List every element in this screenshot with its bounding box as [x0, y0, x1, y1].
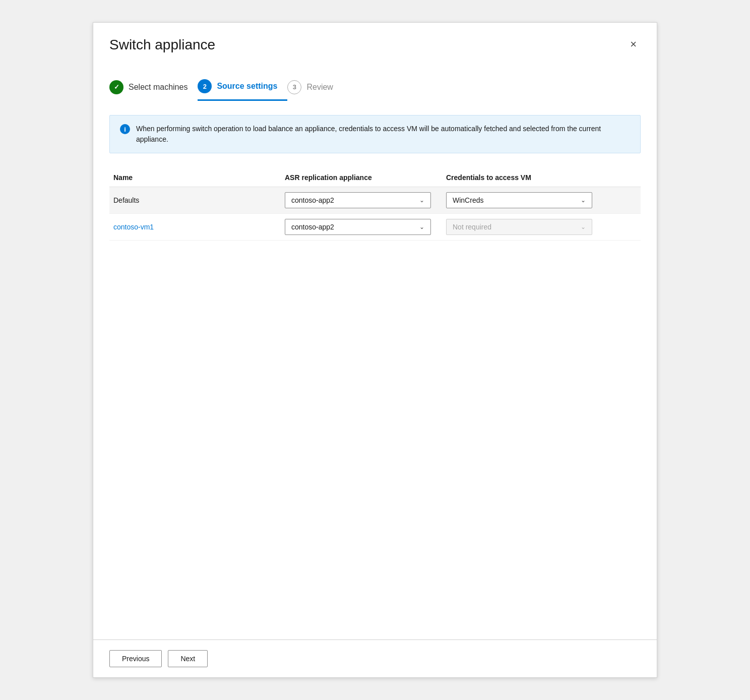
- row-defaults-creds-cell: WinCreds ⌄: [442, 187, 641, 213]
- step-3-circle: 3: [287, 80, 301, 94]
- row-defaults-creds-value: WinCreds: [453, 196, 483, 204]
- dialog-header: Switch appliance ×: [93, 23, 657, 63]
- step-1-circle: ✓: [109, 80, 123, 94]
- row-vm1-creds-cell: Not required ⌄: [442, 214, 641, 240]
- settings-table: Name ASR replication appliance Credentia…: [109, 169, 641, 241]
- row-defaults-name: Defaults: [109, 191, 281, 209]
- close-button[interactable]: ×: [626, 37, 641, 52]
- dialog-content: ✓ Select machines 2 Source settings 3 Re…: [93, 63, 657, 639]
- row-vm1-asr-cell: contoso-app2 ⌄: [281, 214, 442, 240]
- steps-nav: ✓ Select machines 2 Source settings 3 Re…: [109, 73, 641, 101]
- info-banner: i When performing switch operation to lo…: [109, 115, 641, 153]
- header-credentials: Credentials to access VM: [442, 173, 641, 182]
- step-source-settings[interactable]: 2 Source settings: [198, 73, 287, 101]
- step-3-label: Review: [306, 83, 333, 92]
- row-defaults-asr-dropdown[interactable]: contoso-app2 ⌄: [285, 192, 431, 208]
- info-icon: i: [120, 124, 130, 134]
- chevron-down-icon: ⌄: [581, 223, 586, 230]
- chevron-down-icon: ⌄: [419, 197, 424, 204]
- row-defaults-creds-dropdown[interactable]: WinCreds ⌄: [446, 192, 592, 208]
- switch-appliance-dialog: Switch appliance × ✓ Select machines 2 S…: [93, 22, 657, 678]
- step-select-machines[interactable]: ✓ Select machines: [109, 74, 198, 100]
- row-vm1-name: contoso-vm1: [109, 218, 281, 236]
- row-defaults-asr-value: contoso-app2: [291, 196, 334, 204]
- next-button[interactable]: Next: [168, 650, 208, 667]
- dialog-title: Switch appliance: [109, 37, 215, 53]
- row-vm1-creds-value: Not required: [453, 223, 491, 231]
- step-review[interactable]: 3 Review: [287, 74, 343, 100]
- step-2-circle: 2: [198, 79, 212, 93]
- step-2-label: Source settings: [217, 82, 277, 91]
- row-vm1-asr-value: contoso-app2: [291, 223, 334, 231]
- table-header: Name ASR replication appliance Credentia…: [109, 169, 641, 187]
- previous-button[interactable]: Previous: [109, 650, 162, 667]
- header-asr-appliance: ASR replication appliance: [281, 173, 442, 182]
- table-row: contoso-vm1 contoso-app2 ⌄ Not required …: [109, 214, 641, 241]
- chevron-down-icon: ⌄: [581, 197, 586, 204]
- row-defaults-asr-cell: contoso-app2 ⌄: [281, 187, 442, 213]
- row-vm1-asr-dropdown[interactable]: contoso-app2 ⌄: [285, 219, 431, 235]
- header-name: Name: [109, 173, 281, 182]
- table-row: Defaults contoso-app2 ⌄ WinCreds ⌄: [109, 187, 641, 214]
- chevron-down-icon: ⌄: [419, 223, 424, 230]
- row-vm1-creds-dropdown: Not required ⌄: [446, 219, 592, 235]
- dialog-footer: Previous Next: [93, 639, 657, 677]
- step-1-label: Select machines: [129, 83, 188, 92]
- info-banner-text: When performing switch operation to load…: [136, 124, 630, 145]
